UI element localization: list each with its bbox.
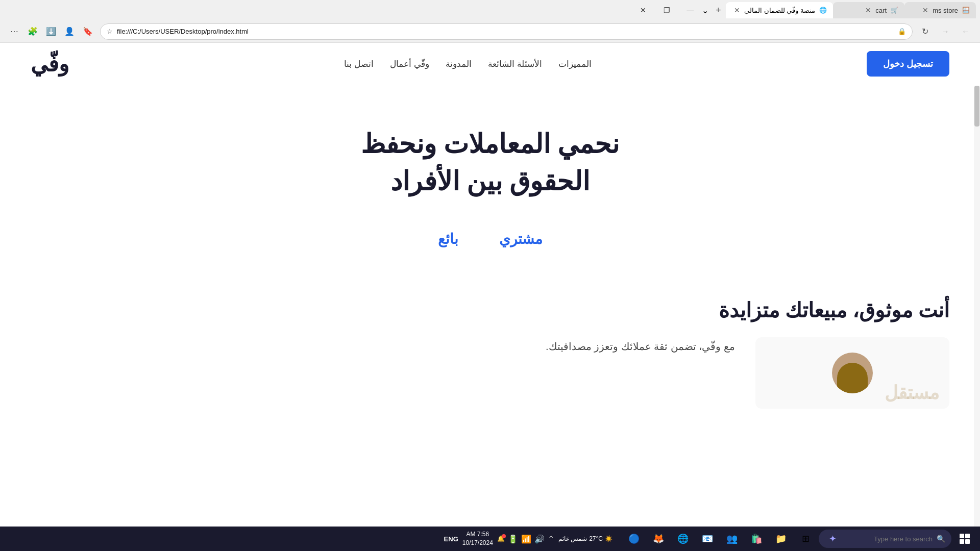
avatar-image bbox=[832, 353, 873, 393]
register-button[interactable]: تسجيل دخول bbox=[867, 51, 949, 77]
chevron-up-icon[interactable]: ⌃ bbox=[548, 534, 554, 544]
hero-section: نحمي المعاملات ونحفظ الحقوق بين الأفراد … bbox=[0, 85, 980, 268]
extensions-icon[interactable]: 🧩 bbox=[24, 23, 41, 40]
teams-button[interactable]: 👥 bbox=[721, 528, 743, 550]
weather-info: ☀️ 27°C شمس غائم bbox=[558, 535, 612, 542]
time-display: 7:56 AM bbox=[462, 530, 493, 539]
edge-button[interactable]: 🌐 bbox=[672, 528, 694, 550]
tab-1-label: ms store bbox=[933, 7, 958, 14]
teams-icon: 👥 bbox=[725, 532, 739, 546]
download-icon[interactable]: ⬇️ bbox=[43, 23, 59, 40]
task-view-button[interactable]: ⊞ bbox=[794, 528, 817, 550]
hero-title: نحمي المعاملات ونحفظ الحقوق بين الأفراد bbox=[361, 126, 620, 200]
outlook-button[interactable]: 📧 bbox=[696, 528, 719, 550]
watermark-text: مستقل bbox=[885, 382, 939, 404]
browser-tab-2[interactable]: 🛒 cart ✕ bbox=[833, 2, 904, 18]
buyer-button[interactable]: مشتري bbox=[499, 231, 543, 247]
tab-2-icon: 🛒 bbox=[891, 7, 898, 14]
refresh-button[interactable]: ↻ bbox=[917, 23, 933, 40]
tab-3-label: منصة وفّي للضمان المالي bbox=[744, 7, 815, 14]
browser-title-bar: 🪟 ms store ✕ 🛒 cart ✕ 🌐 منصة وفّي للضمان… bbox=[0, 0, 980, 20]
site-logo: وفّي bbox=[31, 52, 69, 77]
ms-store-button[interactable]: 🛍️ bbox=[745, 528, 768, 550]
taskbar-right: ☀️ 27°C شمس غائم ⌃ 🔊 📶 🔋 🔔 7:56 AM 10/17… bbox=[444, 530, 617, 547]
nav-link-contact[interactable]: اتصل بنا bbox=[344, 59, 374, 69]
website: تسجيل دخول المميزات الأسئلة الشائعة المد… bbox=[0, 43, 980, 551]
language-indicator[interactable]: ENG bbox=[444, 535, 458, 543]
weather-temp: 27°C bbox=[589, 535, 603, 542]
star-icon[interactable]: ☆ bbox=[107, 28, 113, 35]
edge-icon: 🌐 bbox=[676, 532, 690, 546]
tab-3-close[interactable]: ✕ bbox=[734, 6, 740, 14]
tabs-chevron-icon[interactable]: ⌄ bbox=[702, 6, 708, 15]
scrollbar[interactable] bbox=[974, 86, 980, 551]
nav-link-faq[interactable]: الأسئلة الشائعة bbox=[488, 59, 542, 69]
chrome-button[interactable]: 🔵 bbox=[623, 528, 645, 550]
second-section-title: أنت موثوق، مبيعاتك متزايدة bbox=[31, 298, 949, 322]
wifi-icon[interactable]: 📶 bbox=[521, 534, 531, 544]
nav-link-features[interactable]: المميزات bbox=[558, 59, 592, 69]
hero-title-line1: نحمي المعاملات ونحفظ bbox=[361, 129, 620, 159]
settings-menu-icon[interactable]: ⋯ bbox=[6, 23, 22, 40]
date-display: 10/17/2024 bbox=[462, 539, 493, 547]
sparkle-icon: ✦ bbox=[829, 533, 837, 544]
chrome-icon: 🔵 bbox=[627, 532, 641, 546]
taskbar: 🔍 ✦ ⊞ 📁 🛍️ 👥 📧 🌐 🦊 bbox=[0, 527, 980, 551]
bookmark-icon[interactable]: 🔖 bbox=[80, 23, 96, 40]
browser-nav-bar: ← → ↻ 🔒 file:///C:/Users/USER/Desktop/pr… bbox=[0, 20, 980, 43]
file-explorer-icon: 📁 bbox=[774, 532, 788, 546]
tab-2-label: cart bbox=[875, 7, 887, 14]
windows-logo-icon bbox=[960, 534, 970, 544]
battery-icon[interactable]: 🔋 bbox=[508, 534, 518, 544]
profile-icon[interactable]: 👤 bbox=[61, 23, 78, 40]
firefox-button[interactable]: 🦊 bbox=[647, 528, 670, 550]
url-text: file:///C:/Users/USER/Desktop/pro/index.… bbox=[117, 28, 894, 35]
close-button[interactable]: ✕ bbox=[631, 0, 655, 20]
start-button[interactable] bbox=[953, 528, 976, 550]
taskbar-search-box[interactable]: 🔍 ✦ bbox=[819, 530, 951, 548]
hero-buttons: مشتري بائع bbox=[438, 231, 543, 247]
second-section-text: مع وفّي، تضمن ثقة عملائك وتعزز مصداقيتك. bbox=[31, 337, 735, 356]
tab-1-close[interactable]: ✕ bbox=[922, 6, 928, 14]
window-controls: — ❐ ✕ bbox=[631, 0, 702, 20]
forward-button[interactable]: → bbox=[937, 23, 953, 40]
new-tab-button[interactable]: + bbox=[710, 3, 726, 18]
outlook-icon: 📧 bbox=[700, 532, 715, 546]
back-button[interactable]: ← bbox=[958, 23, 974, 40]
browser-tab-1[interactable]: 🪟 ms store ✕ bbox=[904, 2, 976, 18]
datetime-display[interactable]: 7:56 AM 10/17/2024 bbox=[462, 530, 493, 547]
browser-nav-icons: 🔖 👤 ⬇️ 🧩 ⋯ bbox=[6, 23, 96, 40]
hero-title-line2: الحقوق بين الأفراد bbox=[390, 166, 590, 196]
taskbar-apps: ⊞ 📁 🛍️ 👥 📧 🌐 🦊 🔵 bbox=[623, 528, 817, 550]
task-view-icon: ⊞ bbox=[798, 532, 813, 546]
nav-link-blog[interactable]: المدونة bbox=[446, 59, 472, 69]
tab-3-icon: 🌐 bbox=[819, 7, 827, 14]
speaker-icon[interactable]: 🔊 bbox=[534, 535, 545, 543]
nav-link-business[interactable]: وقّي أعمال bbox=[390, 59, 429, 69]
nav-links: المميزات الأسئلة الشائعة المدونة وقّي أع… bbox=[344, 59, 591, 69]
second-section-content: مستقل مع وفّي، تضمن ثقة عملائك وتعزز مصد… bbox=[31, 337, 949, 409]
second-section: أنت موثوق، مبيعاتك متزايدة مستقل مع وفّي… bbox=[0, 268, 980, 409]
ms-store-icon: 🛍️ bbox=[749, 532, 764, 546]
tab-1-icon: 🪟 bbox=[962, 7, 970, 14]
system-tray: ⌃ 🔊 📶 🔋 🔔 bbox=[497, 534, 554, 544]
notification-area: 🔊 bbox=[534, 534, 545, 544]
lock-icon: 🔒 bbox=[898, 28, 906, 35]
search-icon: 🔍 bbox=[937, 535, 945, 543]
minimize-button[interactable]: — bbox=[678, 0, 702, 20]
notification-bell[interactable]: 🔔 bbox=[497, 535, 505, 542]
browser-tab-3[interactable]: 🌐 منصة وفّي للضمان المالي ✕ bbox=[726, 2, 833, 18]
weather-label: شمس غائم bbox=[558, 535, 587, 542]
notification-badge-dot bbox=[502, 534, 506, 538]
weather-icon: ☀️ bbox=[605, 535, 612, 542]
maximize-button[interactable]: ❐ bbox=[655, 0, 678, 20]
site-navbar: تسجيل دخول المميزات الأسئلة الشائعة المد… bbox=[0, 43, 980, 85]
firefox-icon: 🦊 bbox=[651, 532, 666, 546]
seller-button[interactable]: بائع bbox=[438, 231, 458, 247]
address-bar[interactable]: 🔒 file:///C:/Users/USER/Desktop/pro/inde… bbox=[100, 23, 913, 40]
scrollbar-thumb[interactable] bbox=[974, 86, 979, 127]
card-image: مستقل bbox=[755, 337, 949, 409]
tab-2-close[interactable]: ✕ bbox=[865, 6, 871, 14]
search-input[interactable] bbox=[841, 535, 933, 543]
file-explorer-button[interactable]: 📁 bbox=[770, 528, 792, 550]
